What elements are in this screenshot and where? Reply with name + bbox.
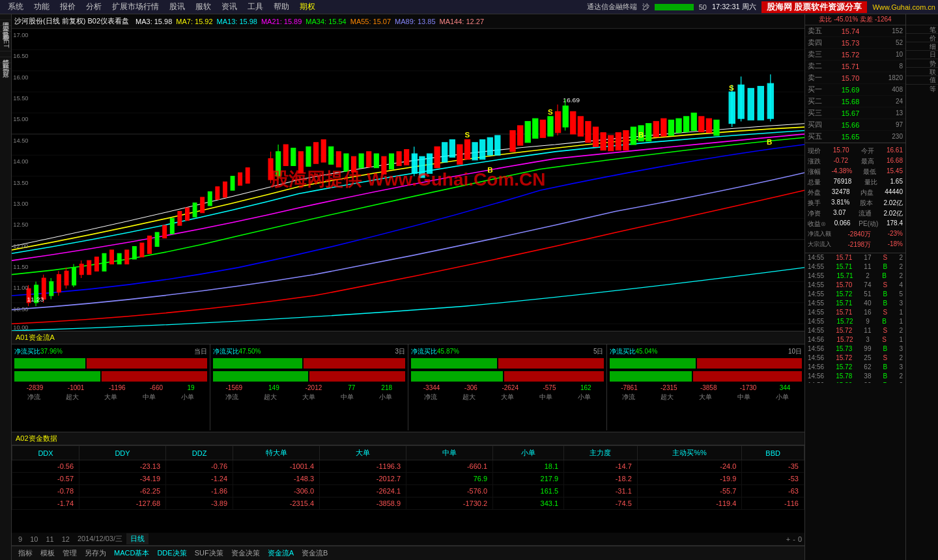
menu-analysis[interactable]: 分析	[81, 1, 107, 12]
far-tab-link[interactable]: 联	[906, 59, 938, 68]
period-tab-date[interactable]: 2014/12/03/三	[74, 533, 126, 544]
toolbar-indicator[interactable]: 指标	[14, 548, 36, 558]
trade-row: 14:55 15.71 17 S 2	[805, 253, 905, 262]
svg-rect-111	[668, 120, 674, 135]
toolbar-saveas[interactable]: 另存为	[81, 548, 110, 558]
toolbar-capital-policy[interactable]: 资金决策	[227, 548, 264, 558]
svg-rect-37	[132, 247, 136, 259]
period-tab-10[interactable]: 10	[26, 535, 42, 544]
top-menu-bar: 系统 功能 报价 分析 扩展市场行情 股讯 服软 资讯 工具 帮助 期权 通达信…	[0, 0, 938, 14]
far-tab-value[interactable]: 值	[906, 68, 938, 76]
svg-rect-98	[571, 111, 576, 134]
sidebar-item-1[interactable]: 株未分析	[0, 20, 11, 26]
period-tab-11[interactable]: 11	[42, 535, 57, 544]
menu-news1[interactable]: 股讯	[164, 1, 190, 12]
sidebar-item-5[interactable]: 同化顺势	[0, 57, 11, 63]
trade-num: 2	[899, 254, 903, 261]
period-tab-daily[interactable]: 日线	[126, 533, 149, 544]
table-cell: -74.5	[564, 497, 638, 510]
trade-row: 14:56 15.78 38 B 2	[805, 372, 905, 381]
toolbar-dde[interactable]: DDE决策	[153, 548, 190, 558]
svg-rect-67	[359, 154, 363, 168]
zoom-plus[interactable]: +	[786, 535, 790, 543]
far-tab-price[interactable]: 价	[906, 25, 938, 34]
svg-rect-61	[314, 143, 319, 163]
svg-text:10.50: 10.50	[13, 306, 28, 313]
chart-area: 沙河股份(日线 前复权) B02仪表看盘 MA3: 15.98 MA7: 15.…	[12, 14, 804, 560]
sidebar-item-6[interactable]: 东财	[0, 63, 11, 69]
menu-news2[interactable]: 服软	[190, 1, 216, 12]
volratio-val: 1.65	[890, 178, 903, 187]
buy5-vol: 230	[877, 133, 903, 140]
sidebar-item-2[interactable]: 基本资料	[0, 26, 11, 32]
sell5-label: 卖五	[808, 26, 824, 36]
toolbar-flow-b[interactable]: 资金流B	[298, 548, 332, 558]
far-tab-day[interactable]: 日	[906, 42, 938, 51]
sidebar-item-3[interactable]: GET	[0, 32, 11, 51]
menu-info[interactable]: 资讯	[216, 1, 242, 12]
svg-text:S: S	[548, 108, 553, 116]
level-display: 50	[699, 3, 707, 11]
far-right-tabs: 笔 价 细 日 势 联 值 等	[905, 14, 938, 560]
netcap-label: 净资	[808, 209, 821, 218]
trade-type: B	[883, 345, 888, 352]
svg-rect-32	[94, 257, 98, 272]
table-cell: -34.19	[79, 473, 166, 485]
sell1-label: 卖一	[808, 73, 824, 83]
zoom-minus[interactable]: -	[793, 535, 795, 543]
far-tab-pen[interactable]: 笔	[906, 17, 938, 25]
svg-text:11.00: 11.00	[13, 285, 28, 292]
menu-period[interactable]: 期权	[294, 1, 320, 12]
table-cell: -1.86	[166, 485, 233, 497]
sidebar-item-0[interactable]: 主浪回调	[0, 14, 11, 20]
buy2-vol: 24	[877, 98, 903, 105]
col-small: 小单	[493, 446, 564, 460]
trade-num: 3	[899, 300, 903, 307]
period-tab-9[interactable]: 9	[14, 535, 26, 544]
capital-flow-header: A01资金流A	[12, 331, 804, 344]
trade-price: 15.72	[837, 318, 853, 325]
far-tab-etc[interactable]: 等	[906, 76, 938, 85]
far-tab-detail[interactable]: 细	[906, 34, 938, 42]
main-chart[interactable]: 16.69	[12, 29, 804, 331]
netinflow-val: -2840万	[848, 230, 872, 239]
toolbar-macd[interactable]: MACD基本	[110, 548, 153, 558]
svg-rect-50	[231, 176, 234, 191]
circ-val: 2.02亿	[884, 209, 903, 218]
table-cell: -35	[742, 460, 804, 473]
change-label: 涨跌	[808, 157, 821, 166]
trade-time: 14:55	[808, 254, 824, 261]
buy2-label: 买二	[808, 96, 824, 106]
toolbar-template[interactable]: 模板	[36, 548, 59, 558]
zoom-zero[interactable]: 0	[798, 535, 802, 543]
svg-text:B: B	[487, 167, 492, 175]
trade-type: S	[883, 354, 888, 361]
table-cell: -119.4	[637, 497, 742, 510]
menu-help[interactable]: 帮助	[268, 1, 294, 12]
outer-val: 32478	[832, 188, 850, 197]
vol-val: 76918	[834, 178, 852, 187]
capital-label: 股本	[860, 199, 873, 208]
buy4-vol: 97	[877, 121, 903, 128]
menu-system[interactable]: 系统	[3, 1, 29, 12]
far-tab-trend[interactable]: 势	[906, 51, 938, 59]
menu-quote[interactable]: 报价	[55, 1, 81, 12]
trade-time: 14:56	[808, 372, 824, 380]
period-tab-12[interactable]: 12	[58, 535, 74, 544]
ma55-label: MA55: 15.07	[350, 18, 391, 25]
trade-vol: 11	[864, 263, 871, 270]
stock-info: 现价 15.70 今开 16.61 涨跌 -0.72 最高 16.68 涨幅 -…	[805, 143, 905, 253]
menu-tools[interactable]: 工具	[242, 1, 268, 12]
table-row: -0.56-23.13-0.76-1001.4-1196.3-660.118.1…	[12, 460, 804, 473]
table-cell: -63	[742, 485, 804, 497]
svg-rect-115	[699, 117, 704, 132]
menu-market[interactable]: 扩展市场行情	[107, 1, 164, 12]
toolbar-manage[interactable]: 管理	[59, 548, 81, 558]
table-cell: -53	[742, 473, 804, 485]
menu-function[interactable]: 功能	[29, 1, 55, 12]
sidebar-item-4[interactable]: 新维特持	[0, 51, 11, 57]
toolbar-flow-a[interactable]: 资金流A	[264, 548, 298, 558]
trade-vol: 62	[864, 363, 871, 371]
ma21-label: MA21: 15.89	[261, 18, 302, 25]
toolbar-suf[interactable]: SUF决策	[191, 548, 227, 558]
